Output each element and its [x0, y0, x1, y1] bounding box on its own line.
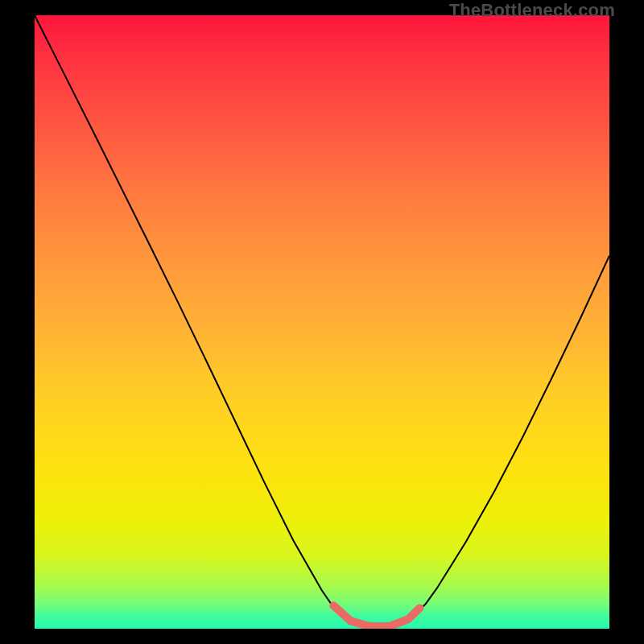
watermark-text: TheBottleneck.com: [449, 0, 615, 21]
chart-frame: TheBottleneck.com: [0, 0, 644, 644]
plot-gradient-background: [35, 15, 609, 629]
chart-svg: [35, 15, 609, 629]
optimal-range-highlight: [333, 605, 419, 626]
bottleneck-curve: [35, 15, 609, 628]
